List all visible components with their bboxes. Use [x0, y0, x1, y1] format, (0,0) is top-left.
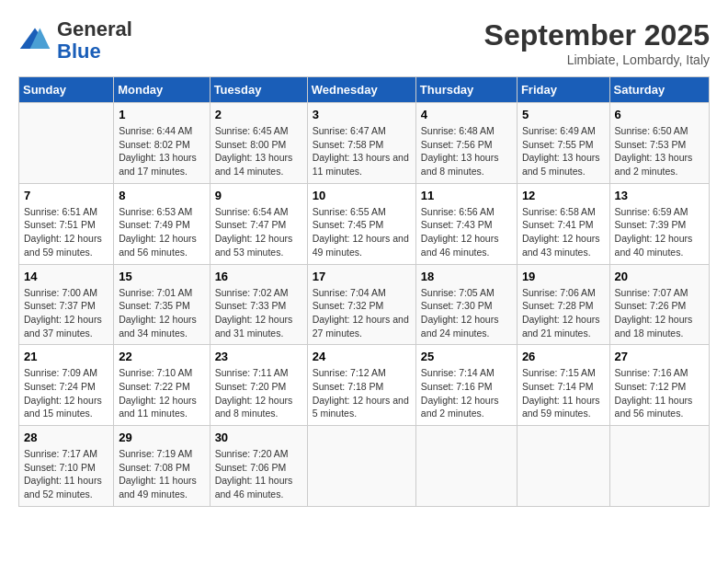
- calendar-cell: [19, 103, 114, 184]
- calendar-cell: 23Sunrise: 7:11 AM Sunset: 7:20 PM Dayli…: [210, 345, 307, 426]
- day-number: 9: [215, 189, 302, 202]
- cell-info: Sunrise: 7:09 AM Sunset: 7:24 PM Dayligh…: [24, 366, 108, 420]
- day-number: 7: [24, 189, 108, 202]
- day-number: 1: [119, 108, 204, 121]
- calendar-cell: [307, 426, 415, 507]
- calendar-cell: [415, 426, 517, 507]
- calendar-week-row: 21Sunrise: 7:09 AM Sunset: 7:24 PM Dayli…: [19, 345, 710, 426]
- calendar-cell: 18Sunrise: 7:05 AM Sunset: 7:30 PM Dayli…: [415, 264, 517, 345]
- day-number: 28: [24, 431, 108, 444]
- logo-icon: [18, 24, 51, 57]
- cell-info: Sunrise: 7:14 AM Sunset: 7:16 PM Dayligh…: [421, 366, 512, 420]
- day-number: 5: [522, 108, 605, 121]
- cell-info: Sunrise: 6:51 AM Sunset: 7:51 PM Dayligh…: [24, 205, 108, 259]
- day-number: 25: [421, 350, 512, 363]
- day-number: 27: [615, 350, 704, 363]
- cell-info: Sunrise: 6:47 AM Sunset: 7:58 PM Dayligh…: [313, 124, 411, 178]
- day-number: 3: [313, 108, 411, 121]
- page-header: General Blue September 2025 Limbiate, Lo…: [18, 18, 710, 67]
- calendar-header-thursday: Thursday: [415, 77, 517, 103]
- day-number: 18: [421, 270, 512, 283]
- day-number: 23: [215, 350, 302, 363]
- cell-info: Sunrise: 7:04 AM Sunset: 7:32 PM Dayligh…: [313, 286, 411, 340]
- day-number: 16: [215, 270, 302, 283]
- calendar-cell: 19Sunrise: 7:06 AM Sunset: 7:28 PM Dayli…: [517, 264, 609, 345]
- calendar-cell: 21Sunrise: 7:09 AM Sunset: 7:24 PM Dayli…: [19, 345, 114, 426]
- calendar-cell: 11Sunrise: 6:56 AM Sunset: 7:43 PM Dayli…: [415, 183, 517, 264]
- day-number: 10: [313, 189, 411, 202]
- calendar-cell: 20Sunrise: 7:07 AM Sunset: 7:26 PM Dayli…: [609, 264, 709, 345]
- calendar-header-friday: Friday: [517, 77, 609, 103]
- calendar-cell: 30Sunrise: 7:20 AM Sunset: 7:06 PM Dayli…: [210, 426, 307, 507]
- day-number: 19: [522, 270, 605, 283]
- location: Limbiate, Lombardy, Italy: [484, 52, 710, 67]
- cell-info: Sunrise: 7:06 AM Sunset: 7:28 PM Dayligh…: [522, 286, 605, 340]
- day-number: 14: [24, 270, 108, 283]
- calendar-cell: 10Sunrise: 6:55 AM Sunset: 7:45 PM Dayli…: [307, 183, 415, 264]
- cell-info: Sunrise: 6:58 AM Sunset: 7:41 PM Dayligh…: [522, 205, 605, 259]
- cell-info: Sunrise: 7:12 AM Sunset: 7:18 PM Dayligh…: [313, 366, 411, 420]
- cell-info: Sunrise: 7:05 AM Sunset: 7:30 PM Dayligh…: [421, 286, 512, 340]
- calendar-cell: 26Sunrise: 7:15 AM Sunset: 7:14 PM Dayli…: [517, 345, 609, 426]
- calendar-table: SundayMondayTuesdayWednesdayThursdayFrid…: [18, 76, 710, 507]
- cell-info: Sunrise: 6:50 AM Sunset: 7:53 PM Dayligh…: [615, 124, 704, 178]
- day-number: 8: [119, 189, 204, 202]
- calendar-body: 1Sunrise: 6:44 AM Sunset: 8:02 PM Daylig…: [19, 103, 710, 507]
- calendar-cell: 6Sunrise: 6:50 AM Sunset: 7:53 PM Daylig…: [609, 103, 709, 184]
- calendar-cell: 13Sunrise: 6:59 AM Sunset: 7:39 PM Dayli…: [609, 183, 709, 264]
- calendar-cell: 27Sunrise: 7:16 AM Sunset: 7:12 PM Dayli…: [609, 345, 709, 426]
- logo-blue-text: Blue: [57, 40, 101, 63]
- cell-info: Sunrise: 6:56 AM Sunset: 7:43 PM Dayligh…: [421, 205, 512, 259]
- cell-info: Sunrise: 6:48 AM Sunset: 7:56 PM Dayligh…: [421, 124, 512, 178]
- cell-info: Sunrise: 7:19 AM Sunset: 7:08 PM Dayligh…: [119, 447, 204, 501]
- calendar-cell: 5Sunrise: 6:49 AM Sunset: 7:55 PM Daylig…: [517, 103, 609, 184]
- day-number: 29: [119, 431, 204, 444]
- calendar-week-row: 7Sunrise: 6:51 AM Sunset: 7:51 PM Daylig…: [19, 183, 710, 264]
- cell-info: Sunrise: 7:02 AM Sunset: 7:33 PM Dayligh…: [215, 286, 302, 340]
- calendar-cell: 15Sunrise: 7:01 AM Sunset: 7:35 PM Dayli…: [114, 264, 210, 345]
- cell-info: Sunrise: 7:20 AM Sunset: 7:06 PM Dayligh…: [215, 447, 302, 501]
- calendar-cell: 29Sunrise: 7:19 AM Sunset: 7:08 PM Dayli…: [114, 426, 210, 507]
- cell-info: Sunrise: 7:00 AM Sunset: 7:37 PM Dayligh…: [24, 286, 108, 340]
- calendar-cell: 2Sunrise: 6:45 AM Sunset: 8:00 PM Daylig…: [210, 103, 307, 184]
- calendar-cell: 17Sunrise: 7:04 AM Sunset: 7:32 PM Dayli…: [307, 264, 415, 345]
- day-number: 4: [421, 108, 512, 121]
- day-number: 20: [615, 270, 704, 283]
- cell-info: Sunrise: 6:53 AM Sunset: 7:49 PM Dayligh…: [119, 205, 204, 259]
- cell-info: Sunrise: 7:16 AM Sunset: 7:12 PM Dayligh…: [615, 366, 704, 420]
- calendar-week-row: 1Sunrise: 6:44 AM Sunset: 8:02 PM Daylig…: [19, 103, 710, 184]
- calendar-week-row: 14Sunrise: 7:00 AM Sunset: 7:37 PM Dayli…: [19, 264, 710, 345]
- calendar-cell: 28Sunrise: 7:17 AM Sunset: 7:10 PM Dayli…: [19, 426, 114, 507]
- day-number: 12: [522, 189, 605, 202]
- cell-info: Sunrise: 7:11 AM Sunset: 7:20 PM Dayligh…: [215, 366, 302, 420]
- calendar-cell: 9Sunrise: 6:54 AM Sunset: 7:47 PM Daylig…: [210, 183, 307, 264]
- calendar-cell: 25Sunrise: 7:14 AM Sunset: 7:16 PM Dayli…: [415, 345, 517, 426]
- calendar-cell: 12Sunrise: 6:58 AM Sunset: 7:41 PM Dayli…: [517, 183, 609, 264]
- calendar-week-row: 28Sunrise: 7:17 AM Sunset: 7:10 PM Dayli…: [19, 426, 710, 507]
- cell-info: Sunrise: 6:54 AM Sunset: 7:47 PM Dayligh…: [215, 205, 302, 259]
- calendar-cell: 14Sunrise: 7:00 AM Sunset: 7:37 PM Dayli…: [19, 264, 114, 345]
- logo: General Blue: [18, 18, 132, 63]
- calendar-cell: 7Sunrise: 6:51 AM Sunset: 7:51 PM Daylig…: [19, 183, 114, 264]
- calendar-header-saturday: Saturday: [609, 77, 709, 103]
- day-number: 13: [615, 189, 704, 202]
- cell-info: Sunrise: 7:07 AM Sunset: 7:26 PM Dayligh…: [615, 286, 704, 340]
- cell-info: Sunrise: 6:49 AM Sunset: 7:55 PM Dayligh…: [522, 124, 605, 178]
- day-number: 24: [313, 350, 411, 363]
- day-number: 15: [119, 270, 204, 283]
- calendar-header-wednesday: Wednesday: [307, 77, 415, 103]
- cell-info: Sunrise: 6:55 AM Sunset: 7:45 PM Dayligh…: [313, 205, 411, 259]
- calendar-header-tuesday: Tuesday: [210, 77, 307, 103]
- day-number: 6: [615, 108, 704, 121]
- day-number: 21: [24, 350, 108, 363]
- cell-info: Sunrise: 6:44 AM Sunset: 8:02 PM Dayligh…: [119, 124, 204, 178]
- calendar-cell: [517, 426, 609, 507]
- calendar-header-sunday: Sunday: [19, 77, 114, 103]
- month-title: September 2025: [484, 18, 710, 52]
- calendar-header-monday: Monday: [114, 77, 210, 103]
- cell-info: Sunrise: 7:01 AM Sunset: 7:35 PM Dayligh…: [119, 286, 204, 340]
- calendar-cell: 16Sunrise: 7:02 AM Sunset: 7:33 PM Dayli…: [210, 264, 307, 345]
- title-section: September 2025 Limbiate, Lombardy, Italy: [484, 18, 710, 67]
- cell-info: Sunrise: 7:17 AM Sunset: 7:10 PM Dayligh…: [24, 447, 108, 501]
- calendar-cell: 4Sunrise: 6:48 AM Sunset: 7:56 PM Daylig…: [415, 103, 517, 184]
